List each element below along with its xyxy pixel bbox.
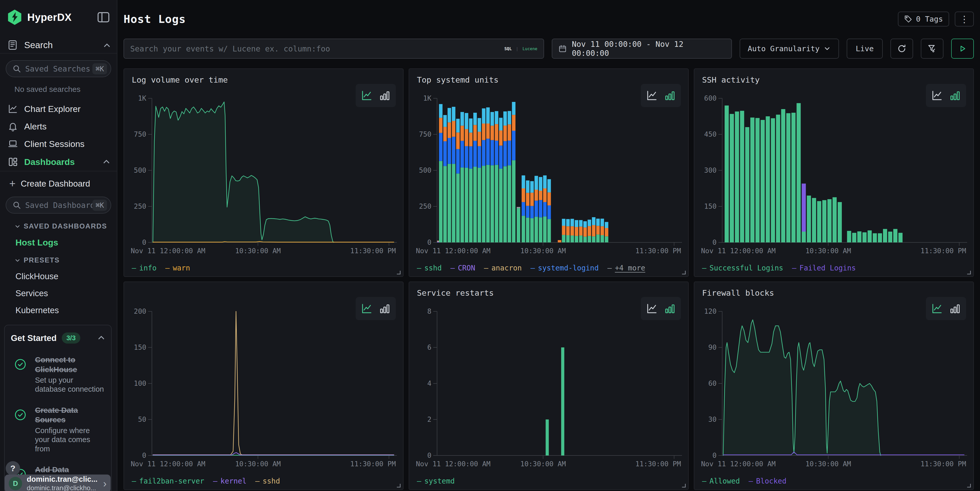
resize-handle-icon[interactable] — [966, 482, 972, 488]
saved-dashboards-input[interactable] — [25, 201, 92, 210]
filter-button[interactable] — [921, 38, 943, 59]
chart-canvas[interactable]: 6004503001500Nov 11 12:00:00 AM10:30:00 … — [700, 91, 968, 255]
live-button[interactable]: Live — [847, 38, 883, 59]
more-options-button[interactable]: ⋮ — [955, 11, 974, 27]
play-icon — [958, 44, 967, 53]
chart-canvas[interactable]: 1K7505002500Nov 11 12:00:00 AM10:30:00 A… — [130, 91, 398, 255]
svg-text:8: 8 — [427, 307, 431, 315]
sidebar-item-clickhouse[interactable]: ClickHouse — [16, 272, 117, 281]
event-search-input[interactable] — [130, 44, 504, 53]
svg-text:10:30:00 AM: 10:30:00 AM — [520, 460, 566, 468]
chart-legend: —fail2ban-server—kernel—sshd — [132, 477, 280, 485]
panel-log-volume: Log volume over time 1K7505002500Nov 11 … — [124, 68, 404, 277]
svg-text:0: 0 — [712, 238, 716, 246]
sql-mode-toggle[interactable]: SQL — [504, 46, 512, 51]
svg-text:11:30:00 PM: 11:30:00 PM — [635, 247, 681, 255]
search-icon — [12, 64, 21, 73]
chart-canvas[interactable]: 200150100500Nov 11 12:00:00 AM10:30:00 A… — [130, 303, 398, 468]
refresh-icon — [897, 44, 907, 54]
legend-more-link[interactable]: —+4 more — [607, 264, 645, 272]
sidebar-collapse-icon[interactable] — [97, 11, 110, 23]
sidebar-item-kubernetes[interactable]: Kubernetes — [16, 305, 117, 315]
svg-text:600: 600 — [704, 94, 716, 102]
resize-handle-icon[interactable] — [395, 482, 401, 488]
legend-item: —systemd-logind — [530, 264, 598, 272]
svg-text:1K: 1K — [138, 94, 146, 102]
get-started-step[interactable]: Connect to ClickHouse Set up your databa… — [11, 355, 105, 394]
svg-text:Nov 11 12:00:00 AM: Nov 11 12:00:00 AM — [131, 247, 205, 255]
sidebar-item-search[interactable]: Search — [0, 37, 117, 54]
chart-legend: —sshd—CRON—anacron—systemd-logind—+4 mor… — [417, 264, 645, 272]
time-range-value: Nov 11 00:00:00 - Nov 12 00:00:00 — [572, 40, 725, 58]
sidebar: HyperDX Search ⌘K No saved s — [0, 0, 117, 491]
get-started-title: Get Started — [11, 333, 57, 343]
logo-row: HyperDX — [0, 0, 117, 25]
resize-handle-icon[interactable] — [395, 269, 401, 275]
chevron-up-icon[interactable] — [98, 335, 104, 342]
resize-handle-icon[interactable] — [966, 269, 972, 275]
chevron-up-icon — [103, 160, 110, 166]
page-title: Host Logs — [124, 13, 186, 25]
granularity-select[interactable]: Auto Granularity — [740, 38, 839, 59]
sidebar-item-host-logs[interactable]: Host Logs — [16, 238, 117, 248]
user-menu[interactable]: D dominic.tran@clic... dominic.tran@clic… — [5, 475, 111, 491]
sidebar-item-client-sessions[interactable]: Client Sessions — [0, 135, 117, 153]
svg-text:11:30:00 PM: 11:30:00 PM — [350, 460, 396, 468]
chart-canvas[interactable]: 1K7505002500Nov 11 12:00:00 AM10:30:00 A… — [415, 91, 683, 255]
get-started-progress-badge: 3/3 — [62, 332, 80, 343]
section-presets[interactable]: PRESETS — [16, 256, 117, 264]
saved-dashboards-input-wrap: ⌘K — [6, 197, 111, 214]
tags-button[interactable]: 0 Tags — [898, 11, 949, 27]
resize-handle-icon[interactable] — [681, 482, 687, 488]
svg-text:750: 750 — [134, 130, 146, 138]
main-content: Host Logs 0 Tags ⋮ SQL | Lucene — [117, 0, 980, 491]
kebab-icon: ⋮ — [960, 14, 969, 24]
refresh-button[interactable] — [891, 38, 913, 59]
sidebar-item-alerts[interactable]: Alerts — [0, 118, 117, 135]
help-button[interactable]: ? — [6, 461, 20, 475]
lucene-mode-toggle[interactable]: Lucene — [522, 46, 537, 51]
chart-legend: —systemd — [417, 477, 455, 485]
panel-auth-failures: 200150100500Nov 11 12:00:00 AM10:30:00 A… — [124, 281, 404, 490]
svg-text:0: 0 — [427, 451, 431, 459]
time-range-picker[interactable]: Nov 11 00:00:00 - Nov 12 00:00:00 — [552, 38, 732, 59]
svg-text:Nov 11 12:00:00 AM: Nov 11 12:00:00 AM — [701, 460, 776, 468]
svg-text:10:30:00 AM: 10:30:00 AM — [805, 460, 851, 468]
svg-text:10:30:00 AM: 10:30:00 AM — [520, 247, 566, 255]
panel-top-systemd-units: Top systemd units 1K7505002500Nov 11 12:… — [409, 68, 689, 277]
get-started-step[interactable]: Create Data Sources Configure where your… — [11, 405, 105, 453]
avatar: D — [9, 477, 22, 490]
legend-item: —anacron — [484, 264, 522, 272]
chart-canvas[interactable]: 86420Nov 11 12:00:00 AM10:30:00 AM11:30:… — [415, 303, 683, 468]
lang-separator: | — [516, 46, 519, 51]
svg-text:11:30:00 PM: 11:30:00 PM — [921, 460, 966, 468]
filter-edit-icon — [927, 43, 937, 54]
create-dashboard-button[interactable]: + Create Dashboard — [9, 176, 117, 191]
line-chart-icon — [8, 104, 18, 114]
run-query-button[interactable] — [951, 38, 974, 59]
sidebar-item-dashboards[interactable]: Dashboards — [0, 153, 117, 172]
svg-text:Nov 11 12:00:00 AM: Nov 11 12:00:00 AM — [131, 460, 205, 468]
app-root: HyperDX Search ⌘K No saved s — [0, 0, 980, 491]
svg-text:0: 0 — [142, 238, 146, 246]
check-circle-icon — [14, 409, 26, 421]
svg-text:0: 0 — [712, 451, 716, 459]
panel-title: SSH activity — [702, 75, 760, 84]
sidebar-item-label: Search — [24, 40, 105, 50]
chart-legend: —Allowed—Blocked — [702, 477, 786, 485]
legend-item: —kernel — [213, 477, 247, 485]
sidebar-item-services[interactable]: Services — [16, 288, 117, 298]
section-saved-dashboards[interactable]: SAVED DASHBOARDS — [16, 222, 117, 230]
svg-text:50: 50 — [138, 415, 146, 423]
user-name: dominic.tran@clic... — [27, 475, 101, 483]
svg-text:1K: 1K — [423, 94, 431, 102]
svg-text:Nov 11 12:00:00 AM: Nov 11 12:00:00 AM — [701, 247, 776, 255]
search-icon — [12, 201, 21, 210]
svg-text:500: 500 — [134, 166, 146, 174]
resize-handle-icon[interactable] — [681, 269, 687, 275]
saved-searches-input[interactable] — [25, 64, 92, 73]
sidebar-item-chart-explorer[interactable]: Chart Explorer — [0, 100, 117, 118]
svg-text:11:30:00 PM: 11:30:00 PM — [635, 460, 681, 468]
chart-canvas[interactable]: 1209060300Nov 11 12:00:00 AM10:30:00 AM1… — [700, 303, 968, 468]
svg-text:10:30:00 AM: 10:30:00 AM — [235, 460, 281, 468]
